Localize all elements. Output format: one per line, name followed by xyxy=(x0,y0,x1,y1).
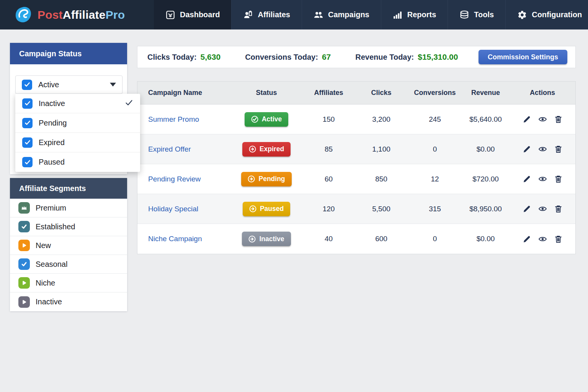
view-icon[interactable] xyxy=(538,234,547,243)
brand-post: Post xyxy=(38,8,63,21)
stat-clicks-label: Clicks Today: xyxy=(147,53,197,62)
column-header-actions: Actions xyxy=(510,89,575,97)
campaign-name-link[interactable]: Summer Promo xyxy=(148,115,199,123)
cell-conversions: 0 xyxy=(408,145,462,154)
delete-icon[interactable] xyxy=(554,145,563,154)
status-option-expired[interactable]: Expired xyxy=(15,133,140,152)
cell-clicks: 1,100 xyxy=(354,145,408,154)
nav-menu: Dashboard Affiliates Campaigns xyxy=(154,0,588,29)
status-filter-select[interactable]: Active xyxy=(15,75,122,94)
edit-icon[interactable] xyxy=(522,204,531,214)
cell-revenue: $8,950.00 xyxy=(462,205,510,213)
segment-item-established[interactable]: Established xyxy=(10,217,127,236)
brand-affiliate: Affiliate xyxy=(63,8,106,21)
stat-revenue: Revenue Today: $15,310.00 xyxy=(355,52,458,62)
commission-settings-button[interactable]: Commission Settings xyxy=(479,50,567,64)
check-icon xyxy=(24,120,31,126)
status-badge: Expired xyxy=(242,142,291,157)
logo-icon xyxy=(15,6,32,24)
view-icon[interactable] xyxy=(538,115,547,124)
nav-item-tools[interactable]: Tools xyxy=(448,0,506,29)
status-option-label: Inactive xyxy=(39,99,65,108)
column-header-affiliates: Affiliates xyxy=(303,89,354,97)
delete-icon[interactable] xyxy=(554,175,563,184)
nav-item-campaigns[interactable]: Campaigns xyxy=(302,0,381,29)
segment-label: Premium xyxy=(36,204,66,212)
status-badge: Pending xyxy=(241,172,291,186)
nav-item-reports[interactable]: Reports xyxy=(381,0,448,29)
table-row: Niche Campaign Inactive 40 600 0 $0.00 xyxy=(137,224,575,254)
segment-item-inactive[interactable]: Inactive xyxy=(10,292,127,311)
checkbox-expired[interactable] xyxy=(22,137,33,148)
nav-item-configuration[interactable]: Configuration xyxy=(506,0,588,29)
status-arrow-icon xyxy=(248,175,255,183)
checkbox-inactive[interactable] xyxy=(22,98,33,109)
campaign-name-link[interactable]: Pending Review xyxy=(148,175,201,183)
column-header-status: Status xyxy=(230,89,303,97)
segment-item-new[interactable]: New xyxy=(10,236,127,255)
gear-icon xyxy=(517,10,527,20)
status-option-label: Pending xyxy=(39,119,67,127)
segment-label: Established xyxy=(36,222,75,231)
nav-item-affiliates[interactable]: Affiliates xyxy=(232,0,302,29)
crown-icon xyxy=(18,202,30,214)
reports-icon xyxy=(393,10,403,20)
delete-icon[interactable] xyxy=(554,115,563,124)
affiliate-segments-title: Affiliate Segments xyxy=(19,184,86,193)
segment-label: Inactive xyxy=(36,297,62,306)
campaign-name-link[interactable]: Niche Campaign xyxy=(148,235,202,243)
edit-icon[interactable] xyxy=(522,175,531,184)
segment-label: Niche xyxy=(36,279,55,287)
table-header-row: Campaign Name Status Affiliates Clicks C… xyxy=(137,82,575,105)
delete-icon[interactable] xyxy=(554,204,563,214)
cell-clicks: 600 xyxy=(354,235,408,243)
checkbox-active[interactable] xyxy=(22,80,32,90)
segment-item-niche[interactable]: Niche xyxy=(10,274,127,292)
check-icon xyxy=(24,82,30,88)
checkbox-paused[interactable] xyxy=(22,157,33,167)
stat-clicks: Clicks Today: 5,630 xyxy=(147,52,220,62)
cell-conversions: 315 xyxy=(408,205,462,213)
status-option-label: Paused xyxy=(39,158,65,167)
campaign-name-link[interactable]: Expired Offer xyxy=(148,145,191,153)
tools-icon xyxy=(459,10,469,20)
check-icon xyxy=(24,100,31,106)
view-icon[interactable] xyxy=(538,145,547,154)
campaign-status-title: Campaign Status xyxy=(19,49,82,58)
nav-item-dashboard[interactable]: Dashboard xyxy=(154,0,232,29)
check-icon xyxy=(24,139,31,145)
status-option-pending[interactable]: Pending xyxy=(15,113,140,133)
cell-revenue: $0.00 xyxy=(462,145,510,154)
status-option-label: Expired xyxy=(39,138,65,147)
campaign-name-link[interactable]: Holiday Special xyxy=(148,205,198,213)
stat-revenue-value: $15,310.00 xyxy=(418,52,458,62)
check-icon xyxy=(18,258,30,270)
status-option-inactive[interactable]: Inactive xyxy=(15,94,140,113)
brand-logo[interactable]: PostAffiliatePro xyxy=(0,0,154,29)
view-icon[interactable] xyxy=(538,204,547,214)
page: PostAffiliatePro Dashboard Affiliates xyxy=(0,0,588,392)
cell-clicks: 5,500 xyxy=(354,205,408,213)
status-arrow-icon xyxy=(249,205,256,212)
segment-label: New xyxy=(36,241,51,250)
cell-clicks: 850 xyxy=(354,175,408,183)
view-icon[interactable] xyxy=(538,175,547,184)
affiliate-segments-panel: Affiliate Segments Premium Established N… xyxy=(10,178,127,311)
checkbox-pending[interactable] xyxy=(22,118,33,128)
cell-affiliates: 40 xyxy=(303,235,354,243)
segment-item-seasonal[interactable]: Seasonal xyxy=(10,255,127,274)
status-option-paused[interactable]: Paused xyxy=(15,152,140,172)
chevron-down-icon xyxy=(110,83,116,87)
nav-label: Affiliates xyxy=(258,10,290,19)
segment-item-premium[interactable]: Premium xyxy=(10,199,127,217)
edit-icon[interactable] xyxy=(522,234,531,243)
check-icon xyxy=(24,159,31,165)
cell-conversions: 12 xyxy=(408,175,462,183)
table-row: Pending Review Pending 60 850 12 $720.00 xyxy=(137,164,575,194)
selected-check-icon xyxy=(125,98,133,108)
cell-revenue: $5,640.00 xyxy=(462,115,510,124)
edit-icon[interactable] xyxy=(522,115,531,124)
dashboard-icon xyxy=(165,10,175,20)
edit-icon[interactable] xyxy=(522,145,531,154)
delete-icon[interactable] xyxy=(554,234,563,243)
